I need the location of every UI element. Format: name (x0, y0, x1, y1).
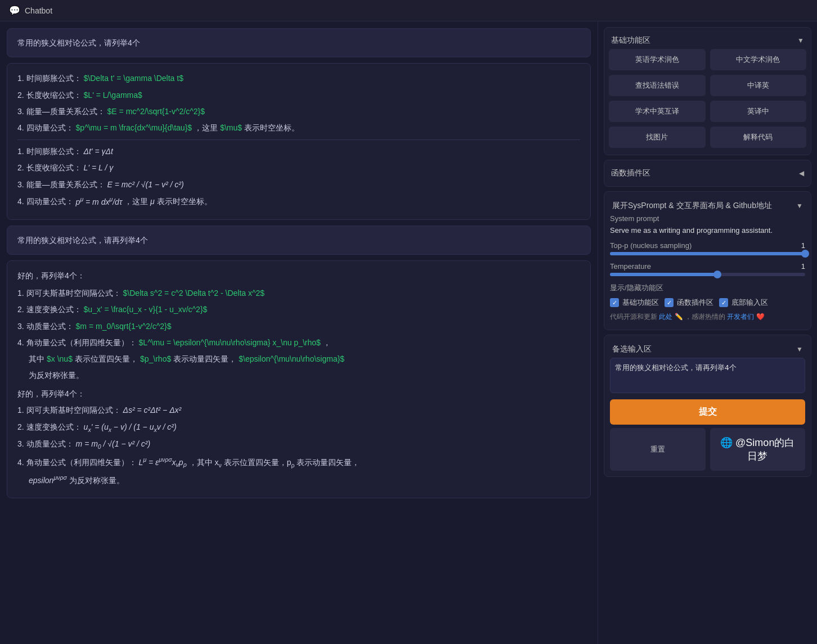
basic-functions-section: 基础功能区 ▼ 英语学术润色 中文学术润色 查找语法错误 中译英 学术中英互译 … (604, 27, 811, 155)
alt-input-label: 备选输入区 (612, 344, 652, 354)
btn-explain-code[interactable]: 解释代码 (710, 127, 807, 148)
visibility-section: 显示/隐藏功能区 ✓ 基础功能区 ✓ 函数插件区 ✓ 底部输入区 (610, 283, 805, 308)
checkbox-input-label: 底部输入区 (731, 298, 768, 308)
formula-2-latex: 2. 长度收缩公式： $L' = L/\gamma$ (17, 88, 580, 102)
formula-6-rendered: 2. 速度变换公式： ux' = (ux − v) / (1 − uxv / c… (17, 420, 580, 435)
user-message-2: 常用的狭义相对论公式，请再列举4个 (7, 226, 591, 255)
formula-8-latex: 4. 角动量公式（利用四维矢量）： $L^\mu = \epsilon^{\mu… (17, 336, 580, 350)
formula-8-latex-cont: 其中 $x \nu$ 表示位置四矢量， $p_\rho$ 表示动量四矢量， $\… (29, 352, 580, 366)
sysprompt-chevron: ▼ (796, 202, 803, 210)
basic-functions-grid: 英语学术润色 中文学术润色 查找语法错误 中译英 学术中英互译 英译中 找图片 … (609, 49, 806, 148)
formula-5-rendered: 1. 闵可夫斯基时空间隔公式： Δs² = c²Δt² − Δx² (17, 403, 580, 417)
alt-input-section: 备选输入区 ▼ 常用的狭义相对论公式，请再列举4个 提交 重置 🌐 @Simon… (604, 335, 811, 477)
sysprompt-section: 展开SysPrompt & 交互界面布局 & Github地址 ▼ System… (604, 191, 811, 330)
alt-input-chevron: ▼ (796, 345, 803, 353)
formula-8-latex-cont2: 为反对称张量。 (29, 368, 580, 382)
alt-input-header[interactable]: 备选输入区 ▼ (610, 341, 805, 358)
clear-button[interactable]: 🌐 @Simon的白日梦 (710, 428, 806, 471)
app-header: 💬 Chatbot (0, 0, 817, 21)
checkbox-grid: ✓ 基础功能区 ✓ 函数插件区 ✓ 底部输入区 (610, 298, 805, 308)
footer-link-2[interactable]: 开发者们 (727, 313, 754, 321)
response-intro: 好的，再列举4个： (17, 269, 580, 283)
watermark: 🌐 @Simon的白日梦 (716, 434, 800, 465)
formula-4-rendered: 4. 四动量公式： pμ = m dxμ/dτ ，这里 μ 表示时空坐标。 (17, 194, 580, 209)
plugin-chevron: ◀ (799, 169, 804, 177)
temperature-value: 1 (801, 262, 805, 271)
temperature-track[interactable] (610, 273, 805, 276)
top-p-fill (610, 252, 805, 255)
user-message-1-text: 常用的狭义相对论公式，请列举4个 (17, 38, 140, 47)
checkbox-input[interactable]: ✓ 底部输入区 (719, 298, 768, 308)
bottom-buttons: 重置 🌐 @Simon的白日梦 (610, 428, 805, 471)
plugin-section: 函数插件区 ◀ (604, 160, 811, 187)
basic-functions-header[interactable]: 基础功能区 ▼ (609, 32, 806, 49)
btn-en-to-zh[interactable]: 英译中 (710, 101, 807, 122)
chat-panel: 常用的狭义相对论公式，请列举4个 1. 时间膨胀公式： $\Delta t' =… (0, 21, 598, 644)
checkbox-plugin-label: 函数插件区 (677, 298, 713, 308)
top-p-value: 1 (801, 241, 805, 250)
footer-links: 代码开源和更新 此处 ✏️ ，感谢热情的 开发者们 ❤️ (610, 310, 805, 324)
plugin-section-header[interactable]: 函数插件区 ◀ (609, 165, 806, 182)
formula-2-rendered: 2. 长度收缩公式： L' = L / γ (17, 161, 580, 175)
user-message-1: 常用的狭义相对论公式，请列举4个 (7, 28, 591, 57)
formula-1-latex: 1. 时间膨胀公式： $\Delta t' = \gamma \Delta t$ (17, 71, 580, 85)
main-layout: 常用的狭义相对论公式，请列举4个 1. 时间膨胀公式： $\Delta t' =… (0, 21, 817, 644)
btn-zh-polish[interactable]: 中文学术润色 (710, 49, 807, 70)
assistant-message-1: 1. 时间膨胀公式： $\Delta t' = \gamma \Delta t$… (7, 63, 591, 219)
response-intro-2: 好的，再列举4个： (17, 387, 580, 401)
formula-3-rendered: 3. 能量—质量关系公式： E = mc² / √(1 − v² / c²) (17, 178, 580, 192)
checkbox-basic[interactable]: ✓ 基础功能区 (610, 298, 659, 308)
checkbox-input-box: ✓ (719, 298, 728, 307)
divider-1 (17, 139, 580, 140)
temperature-thumb (713, 271, 721, 278)
reset-button[interactable]: 重置 (610, 428, 706, 471)
btn-zh-to-en[interactable]: 中译英 (710, 75, 807, 96)
app-title: Chatbot (25, 6, 52, 15)
top-p-track[interactable] (610, 252, 805, 255)
plugin-section-label: 函数插件区 (611, 168, 650, 178)
formula-6-latex: 2. 速度变换公式： $u_x' = \frac{u_x - v}{1 - u_… (17, 303, 580, 317)
chatbot-icon: 💬 (9, 5, 20, 16)
submit-button[interactable]: 提交 (610, 399, 805, 425)
footer-heart: ❤️ (756, 313, 765, 321)
formula-1-rendered: 1. 时间膨胀公式： Δt' = γΔt (17, 145, 580, 159)
user-message-2-text: 常用的狭义相对论公式，请再列举4个 (17, 236, 148, 245)
footer-text-2: ，感谢热情的 (685, 313, 725, 321)
formula-4-latex: 4. 四动量公式： $p^\mu = m \frac{dx^\mu}{d\tau… (17, 121, 580, 135)
top-p-thumb (801, 250, 809, 258)
visibility-label: 显示/隐藏功能区 (610, 283, 805, 293)
footer-text-1: 代码开源和更新 (610, 313, 657, 321)
footer-pencil: ✏️ (675, 313, 683, 321)
formula-8-rendered-cont: epsilonμνρσ 为反对称张量。 (29, 472, 580, 488)
sysprompt-label: System prompt (610, 214, 805, 223)
checkbox-basic-label: 基础功能区 (622, 298, 659, 308)
sysprompt-header-label: 展开SysPrompt & 交互界面布局 & Github地址 (612, 201, 772, 211)
assistant-message-2: 好的，再列举4个： 1. 闵可夫斯基时空间隔公式： $\Delta s^2 = … (7, 260, 591, 498)
formula-7-latex: 3. 动质量公式： $m = m_0/\sqrt{1-v^2/c^2}$ (17, 319, 580, 334)
right-panel: 基础功能区 ▼ 英语学术润色 中文学术润色 查找语法错误 中译英 学术中英互译 … (598, 21, 817, 644)
btn-academic-translate[interactable]: 学术中英互译 (609, 101, 706, 122)
sysprompt-header[interactable]: 展开SysPrompt & 交互界面布局 & Github地址 ▼ (610, 197, 805, 214)
top-p-row: Top-p (nucleus sampling) 1 (610, 241, 805, 255)
btn-en-polish[interactable]: 英语学术润色 (609, 49, 706, 70)
checkbox-plugin[interactable]: ✓ 函数插件区 (665, 298, 713, 308)
temperature-label: Temperature (610, 262, 651, 271)
formula-5-latex: 1. 闵可夫斯基时空间隔公式： $\Delta s^2 = c^2 \Delta… (17, 286, 580, 300)
temperature-row: Temperature 1 (610, 262, 805, 276)
checkbox-plugin-box: ✓ (665, 298, 674, 307)
alt-input-textarea[interactable]: 常用的狭义相对论公式，请再列举4个 (610, 358, 805, 393)
btn-find-image[interactable]: 找图片 (609, 127, 706, 148)
basic-functions-label: 基础功能区 (611, 35, 650, 46)
formula-8-rendered: 4. 角动量公式（利用四维矢量）： Lμ = εμνρσxνpρ ，其中 xν … (17, 454, 580, 470)
basic-functions-chevron: ▼ (797, 37, 804, 44)
formula-7-rendered: 3. 动质量公式： m = m0 / √(1 − v² / c²) (17, 437, 580, 452)
btn-grammar-check[interactable]: 查找语法错误 (609, 75, 706, 96)
formula-3-latex: 3. 能量—质量关系公式： $E = mc^2/\sqrt{1-v^2/c^2}… (17, 105, 580, 119)
footer-link-1[interactable]: 此处 (659, 313, 672, 321)
temperature-fill (610, 273, 717, 276)
checkbox-basic-box: ✓ (610, 298, 619, 307)
sysprompt-value: Serve me as a writing and programming as… (610, 226, 805, 235)
top-p-label: Top-p (nucleus sampling) (610, 241, 692, 250)
